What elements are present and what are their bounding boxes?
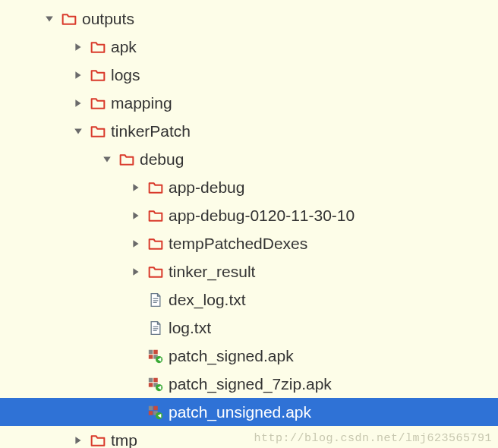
chevron-right-icon[interactable] [71, 434, 85, 447]
tree-item-label: patch_signed_7zip.apk [169, 376, 332, 392]
folder-icon [147, 179, 164, 196]
chevron-right-icon[interactable] [71, 40, 85, 54]
svg-rect-28 [149, 405, 153, 410]
svg-marker-5 [103, 156, 111, 162]
folder-icon [90, 123, 106, 140]
folder-icon [147, 263, 164, 280]
svg-marker-0 [46, 16, 53, 21]
tree-row[interactable]: app-debug [0, 173, 498, 201]
svg-rect-30 [149, 411, 153, 415]
tree-item-label: outputs [82, 11, 134, 27]
svg-rect-22 [149, 377, 153, 382]
chevron-down-icon[interactable] [100, 153, 114, 166]
folder-icon [61, 11, 77, 27]
tree-item-label: app-debug-0120-11-30-10 [169, 207, 355, 223]
tree-row[interactable]: debug [0, 145, 498, 173]
tree-row[interactable]: logs [0, 61, 498, 89]
apk-file-icon [147, 404, 164, 421]
watermark-text: http://blog.csdn.net/lmj623565791 [254, 432, 492, 445]
apk-file-icon [147, 376, 164, 393]
folder-icon [118, 151, 135, 168]
tree-item-label: logs [111, 67, 140, 83]
chevron-right-icon[interactable] [71, 96, 85, 110]
chevron-right-icon[interactable] [71, 68, 85, 82]
chevron-down-icon[interactable] [43, 12, 56, 26]
tree-row[interactable]: tinkerPatch [0, 117, 498, 145]
tree-row[interactable]: mapping [0, 89, 498, 117]
tree-item-label: app-debug [169, 179, 244, 195]
svg-rect-18 [149, 355, 153, 359]
svg-marker-4 [74, 128, 82, 134]
svg-marker-8 [133, 240, 138, 248]
tree-item-label: patch_signed.apk [169, 348, 294, 364]
svg-marker-3 [75, 99, 80, 107]
apk-file-icon [147, 348, 164, 364]
tree-row[interactable]: tinker_result [0, 257, 498, 286]
svg-marker-1 [75, 43, 80, 51]
tree-row[interactable]: tempPatchedDexes [0, 229, 498, 257]
folder-icon [147, 235, 164, 252]
tree-item-label: dex_log.txt [169, 292, 246, 308]
svg-marker-7 [133, 212, 138, 219]
tree-item-label: tmp [111, 432, 137, 448]
svg-rect-24 [149, 383, 153, 387]
tree-item-label: debug [140, 151, 184, 167]
svg-marker-34 [75, 437, 80, 444]
tree-item-label: apk [111, 39, 137, 55]
tree-item-label: tinkerPatch [111, 123, 191, 139]
svg-rect-16 [149, 349, 153, 354]
tree-row[interactable]: patch_signed_7zip.apk [0, 370, 498, 398]
tree-row[interactable]: patch_signed.apk [0, 342, 498, 370]
chevron-down-icon[interactable] [71, 125, 85, 138]
folder-icon [90, 39, 106, 55]
svg-marker-2 [75, 71, 80, 79]
svg-marker-6 [133, 184, 138, 191]
tree-item-label: tempPatchedDexes [169, 235, 307, 251]
chevron-right-icon[interactable] [129, 209, 143, 222]
tree-row[interactable]: apk [0, 33, 498, 61]
tree-row[interactable]: dex_log.txt [0, 286, 498, 314]
svg-rect-23 [153, 377, 158, 382]
folder-icon [90, 95, 106, 112]
svg-rect-29 [153, 405, 158, 410]
svg-marker-9 [133, 268, 138, 276]
folder-icon [147, 207, 164, 224]
tree-row[interactable]: outputs [0, 5, 498, 33]
folder-icon [90, 432, 106, 449]
tree-item-label: mapping [111, 95, 172, 111]
text-file-icon [147, 292, 164, 308]
tree-row[interactable]: patch_unsigned.apk [0, 398, 498, 426]
chevron-right-icon[interactable] [129, 265, 143, 279]
tree-row[interactable]: app-debug-0120-11-30-10 [0, 201, 498, 229]
tree-item-label: tinker_result [169, 263, 255, 279]
text-file-icon [147, 320, 164, 336]
folder-icon [90, 67, 106, 84]
tree-item-label: patch_unsigned.apk [169, 404, 311, 420]
file-tree: outputsapklogsmappingtinkerPatchdebugapp… [0, 0, 498, 448]
tree-row[interactable]: log.txt [0, 314, 498, 342]
chevron-right-icon[interactable] [129, 237, 143, 251]
chevron-right-icon[interactable] [129, 181, 143, 194]
svg-rect-17 [153, 349, 158, 354]
tree-item-label: log.txt [169, 320, 211, 336]
